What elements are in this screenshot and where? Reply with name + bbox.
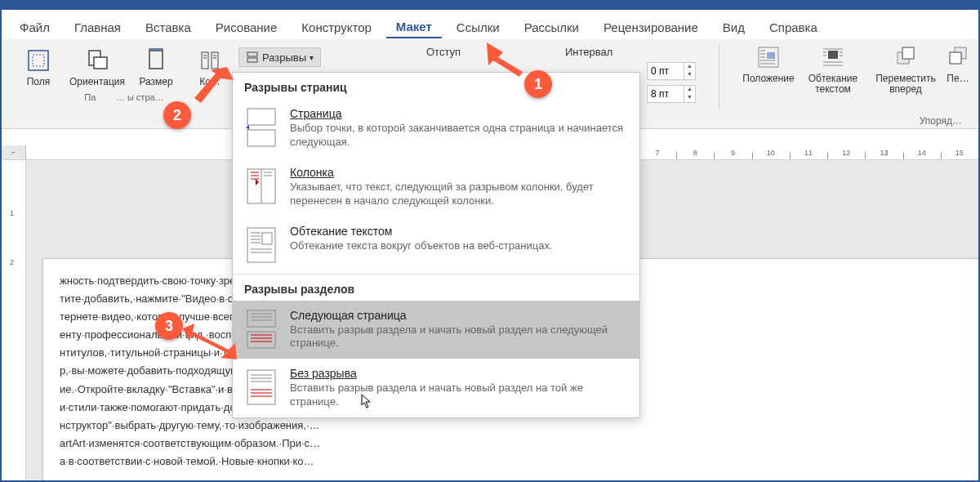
orientation-button[interactable]: Ориентация	[69, 46, 126, 89]
tab-mailings[interactable]: Рассылки	[514, 17, 589, 38]
svg-rect-42	[247, 332, 275, 348]
ribbon-tabs: Файл Главная Вставка Рисование Конструкт…	[2, 10, 978, 39]
send-backward-button[interactable]: Пе…	[946, 42, 970, 86]
margins-button[interactable]: Поля	[15, 46, 62, 89]
size-icon	[143, 47, 169, 74]
menu-item-desc: Обтекание текста вокруг объектов на веб-…	[290, 239, 553, 253]
menu-item-column[interactable]: Колонка Указывает, что текст, следующий …	[233, 158, 639, 216]
tab-draw[interactable]: Рисование	[206, 17, 287, 38]
ruler-mark: 7	[639, 149, 676, 157]
svg-rect-9	[212, 52, 218, 69]
annotation-3: 3	[155, 312, 183, 340]
menu-item-desc: Вставить разрыв раздела и начать новый р…	[290, 382, 628, 409]
svg-rect-34	[950, 52, 961, 64]
svg-rect-0	[29, 51, 48, 70]
svg-marker-44	[487, 42, 523, 77]
svg-rect-32	[902, 47, 914, 59]
ruler-mark: 11	[790, 149, 827, 157]
svg-rect-35	[247, 109, 275, 125]
ruler-mark: 13	[865, 149, 902, 157]
spacing-after-spinner[interactable]: 8 пт ▲▼	[647, 85, 696, 103]
position-icon	[755, 44, 782, 70]
tab-layout[interactable]: Макет	[386, 16, 442, 38]
bring-forward-button[interactable]: Переместить вперед	[869, 42, 942, 96]
menu-item-title: Без разрыва	[290, 367, 628, 380]
orientation-icon	[84, 47, 110, 74]
wrap-text-icon	[820, 44, 846, 70]
margins-icon	[25, 47, 51, 74]
ruler-mark: 8	[676, 149, 714, 157]
breaks-icon	[246, 51, 259, 64]
menu-item-title: Следующая страница	[290, 309, 628, 322]
menu-item-desc: Вставить разрыв раздела и начать новый р…	[290, 324, 628, 351]
tab-references[interactable]: Ссылки	[447, 17, 510, 38]
ruler-mark: 9	[714, 149, 751, 157]
svg-rect-40	[262, 233, 272, 244]
tab-design[interactable]: Конструктор	[292, 17, 381, 38]
menu-item-desc: Указывает, что текст, следующий за разры…	[290, 181, 628, 208]
spinner-up-icon[interactable]: ▲	[684, 63, 695, 71]
tab-insert[interactable]: Вставка	[136, 17, 201, 38]
svg-rect-1	[33, 55, 44, 66]
indent-label: Отступ	[426, 46, 461, 58]
menu-item-title: Обтекание текстом	[290, 225, 553, 238]
svg-rect-14	[247, 52, 257, 56]
wrap-text-button[interactable]: Обтекание текстом	[800, 42, 866, 96]
svg-rect-41	[247, 310, 275, 327]
menu-section-page-breaks: Разрывы страниц	[233, 73, 639, 99]
ruler-mark: 15	[941, 149, 978, 157]
bring-forward-icon	[893, 44, 919, 70]
spacing-label: Интервал	[565, 46, 612, 58]
svg-marker-46	[183, 324, 237, 359]
arrange-group-label: Упоряд…	[920, 115, 962, 127]
vertical-ruler[interactable]: 1 2	[2, 160, 26, 480]
send-backward-icon	[945, 44, 971, 70]
menu-item-title: Страница	[290, 107, 628, 120]
annotation-arrow-2	[188, 67, 237, 111]
menu-item-title: Колонка	[290, 166, 628, 179]
position-button[interactable]: Положение	[740, 42, 797, 86]
menu-item-next-page[interactable]: Следующая страница Вставить разрыв разде…	[233, 301, 639, 359]
ruler-mark: 14	[903, 149, 941, 157]
title-bar	[2, 2, 978, 10]
document-text-line: а·в·соответствии·с·новой·темой.·Новые·кн…	[60, 453, 978, 471]
spacing-before-spinner[interactable]: 0 пт ▲▼	[647, 62, 696, 80]
text-wrapping-break-icon	[244, 225, 278, 266]
page-setup-group-label: Па … ы стра…	[84, 92, 163, 102]
menu-item-text-wrapping[interactable]: Обтекание текстом Обтекание текста вокру…	[233, 216, 639, 274]
column-break-icon	[244, 166, 278, 207]
annotation-2: 2	[163, 101, 191, 129]
svg-rect-17	[767, 52, 775, 59]
spinner-down-icon[interactable]: ▼	[684, 71, 695, 79]
tab-file[interactable]: Файл	[10, 17, 60, 38]
mouse-cursor-icon	[361, 394, 372, 408]
svg-rect-36	[247, 130, 275, 146]
tab-help[interactable]: Справка	[760, 17, 827, 38]
document-text-line: artArt·изменятся·соответствующим·образом…	[60, 435, 978, 453]
menu-item-continuous[interactable]: Без разрыва Вставить разрыв раздела и на…	[233, 359, 639, 417]
svg-rect-23	[828, 51, 838, 59]
tab-view[interactable]: Вид	[713, 17, 755, 38]
svg-rect-4	[149, 51, 163, 69]
next-page-break-icon	[244, 309, 278, 350]
ruler-mark: 12	[827, 149, 865, 157]
tab-review[interactable]: Рецензирование	[594, 17, 708, 38]
annotation-1: 1	[524, 70, 552, 98]
ruler-corner: ⌐	[2, 145, 26, 160]
menu-item-page[interactable]: Страница Выбор точки, в которой заканчив…	[233, 99, 639, 158]
breaks-dropdown-menu: Разрывы страниц Страница Выбор точки, в …	[232, 72, 640, 418]
spinner-up-icon[interactable]: ▲	[684, 86, 695, 94]
menu-item-desc: Выбор точки, в которой заканчивается одн…	[290, 122, 628, 150]
svg-rect-3	[94, 57, 107, 69]
tab-home[interactable]: Главная	[65, 17, 131, 38]
document-text-line: нструктор"·выбрать·другую·тему,·то·изобр…	[60, 417, 978, 435]
annotation-arrow-3	[183, 324, 240, 368]
page-break-icon	[244, 107, 278, 148]
breaks-dropdown-button[interactable]: Разрывы ▾	[238, 47, 321, 67]
svg-rect-15	[247, 58, 257, 62]
size-button[interactable]: Размер	[132, 46, 180, 89]
menu-section-section-breaks: Разрывы разделов	[233, 274, 639, 301]
svg-rect-8	[202, 52, 208, 69]
spinner-down-icon[interactable]: ▼	[684, 94, 695, 102]
svg-marker-45	[194, 67, 234, 103]
